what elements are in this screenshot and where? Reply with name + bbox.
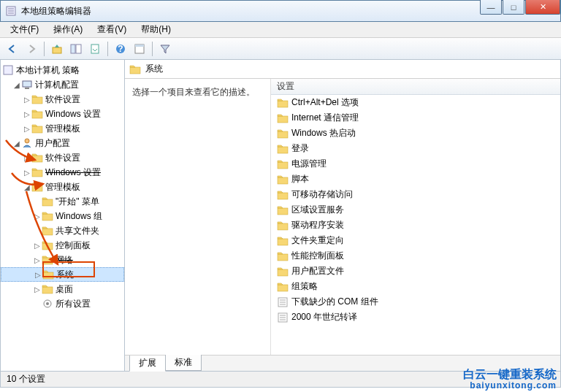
svg-rect-14 — [25, 88, 29, 89]
back-button[interactable] — [4, 40, 21, 58]
svg-rect-54 — [278, 162, 288, 169]
svg-rect-28 — [42, 199, 53, 206]
tree-uc-admin[interactable]: ◢管理模板 — [1, 180, 124, 194]
svg-rect-32 — [42, 228, 53, 235]
svg-rect-17 — [32, 112, 42, 118]
expand-icon[interactable]: ▷ — [23, 169, 31, 177]
folder-icon — [277, 158, 289, 170]
filter-button[interactable] — [156, 40, 174, 58]
list-item[interactable]: 脚本 — [271, 172, 560, 187]
export-button[interactable] — [86, 40, 104, 58]
watermark-line2: baiyunxitong.com — [463, 381, 557, 391]
svg-marker-23 — [32, 154, 37, 155]
svg-rect-34 — [42, 243, 53, 250]
list-item[interactable]: Ctrl+Alt+Del 选项 — [271, 95, 560, 110]
expand-icon[interactable]: ▷ — [33, 242, 42, 250]
policy-icon — [2, 64, 14, 76]
tree-computer-config[interactable]: ◢ 计算机配置 — [1, 77, 124, 92]
svg-point-21 — [25, 139, 29, 143]
svg-marker-18 — [32, 110, 37, 112]
folder-icon — [277, 235, 289, 247]
expand-icon[interactable]: ▷ — [33, 212, 42, 220]
properties-button[interactable] — [131, 40, 148, 58]
computer-icon — [21, 79, 33, 91]
tree-pane[interactable]: 本地计算机 策略 ◢ 计算机配置 ▷软件设置 ▷Windows 设置 ▷管理模板… — [1, 60, 125, 371]
svg-marker-39 — [43, 271, 48, 272]
tab-extended[interactable]: 扩展 — [129, 356, 166, 372]
menu-help[interactable]: 帮助(H) — [134, 22, 178, 37]
settings-list[interactable]: 设置 Ctrl+Alt+Del 选项Internet 通信管理Windows 热… — [271, 79, 560, 355]
expand-icon[interactable]: ▷ — [23, 154, 31, 162]
svg-marker-27 — [32, 183, 37, 185]
list-item[interactable]: Windows 热启动 — [271, 126, 560, 141]
forward-button[interactable] — [23, 40, 40, 58]
right-header-title: 系统 — [145, 63, 163, 75]
folder-icon — [42, 239, 53, 251]
tree-win-comp[interactable]: ▷Windows 组 — [1, 209, 124, 223]
list-item[interactable]: 登录 — [271, 141, 560, 156]
expand-icon[interactable]: ▷ — [33, 285, 42, 293]
list-item[interactable]: 驱动程序安装 — [271, 218, 560, 233]
tree-cc-windows[interactable]: ▷Windows 设置 — [1, 107, 124, 121]
tree-shared[interactable]: 共享文件夹 — [1, 223, 124, 238]
tree-system[interactable]: ▷系统 — [1, 267, 124, 282]
menu-view[interactable]: 查看(V) — [90, 22, 134, 37]
folder-icon — [42, 210, 53, 222]
column-header[interactable]: 设置 — [271, 79, 560, 95]
folder-icon — [42, 269, 54, 280]
list-item[interactable]: 区域设置服务 — [271, 202, 560, 218]
description-text: 选择一个项目来查看它的描述。 — [132, 86, 263, 99]
collapse-icon[interactable]: ◢ — [12, 81, 21, 89]
expand-icon[interactable]: ▷ — [23, 110, 31, 118]
user-icon — [21, 137, 33, 149]
list-item[interactable]: 下载缺少的 COM 组件 — [271, 294, 560, 310]
folder-icon — [31, 108, 43, 120]
expand-icon[interactable]: ▷ — [33, 256, 42, 264]
app-icon — [5, 5, 17, 17]
list-item[interactable]: 用户配置文件 — [271, 264, 560, 279]
tree-uc-software[interactable]: ▷软件设置 — [1, 150, 124, 165]
tree-cc-admin[interactable]: ▷管理模板 — [1, 121, 124, 136]
svg-marker-47 — [278, 99, 283, 101]
svg-marker-61 — [278, 207, 283, 208]
tree-cc-software[interactable]: ▷软件设置 — [1, 92, 124, 107]
expand-icon[interactable]: ▷ — [23, 96, 31, 104]
list-item-label: 2000 年世纪转译 — [291, 311, 357, 323]
list-item[interactable]: 组策略 — [271, 279, 560, 294]
help-button[interactable]: ? — [112, 40, 129, 58]
menu-file[interactable]: 文件(F) — [3, 22, 46, 37]
close-button[interactable]: ✕ — [525, 0, 560, 15]
minimize-button[interactable]: — — [480, 0, 502, 15]
tab-standard[interactable]: 标准 — [165, 355, 202, 371]
tree-root[interactable]: 本地计算机 策略 — [1, 63, 124, 77]
list-item[interactable]: Internet 通信管理 — [271, 110, 560, 126]
svg-rect-36 — [42, 258, 53, 264]
svg-point-43 — [46, 302, 49, 305]
tree-network[interactable]: ▷网络 — [1, 253, 124, 267]
collapse-icon[interactable]: ◢ — [23, 183, 31, 191]
tree-desktop[interactable]: ▷桌面 — [1, 282, 124, 296]
list-item[interactable]: 2000 年世纪转译 — [271, 310, 560, 325]
list-item[interactable]: 可移动存储访问 — [271, 187, 560, 202]
list-item-label: 电源管理 — [291, 158, 327, 170]
show-tree-button[interactable] — [67, 40, 85, 58]
tree-start-menu[interactable]: "开始" 菜单 — [1, 194, 124, 209]
expand-icon[interactable]: ▷ — [23, 125, 31, 133]
svg-rect-7 — [91, 45, 99, 53]
expand-icon[interactable]: ▷ — [34, 271, 42, 279]
folder-icon — [277, 189, 289, 201]
list-item[interactable]: 性能控制面板 — [271, 248, 560, 264]
folder-icon — [277, 250, 289, 262]
tree-all-settings[interactable]: 所有设置 — [1, 296, 124, 311]
list-item[interactable]: 文件夹重定向 — [271, 233, 560, 248]
up-button[interactable] — [48, 40, 66, 58]
svg-marker-71 — [278, 283, 283, 285]
tree-uc-windows[interactable]: ▷Windows 设置 — [1, 165, 124, 180]
list-item[interactable]: 电源管理 — [271, 156, 560, 172]
menu-action[interactable]: 操作(A) — [46, 22, 90, 37]
tree-user-config[interactable]: ◢ 用户配置 — [1, 136, 124, 150]
tree-ctrl-panel[interactable]: ▷控制面板 — [1, 238, 124, 253]
folder-icon — [31, 152, 43, 164]
maximize-button[interactable]: □ — [503, 0, 524, 15]
collapse-icon[interactable]: ◢ — [12, 139, 21, 147]
